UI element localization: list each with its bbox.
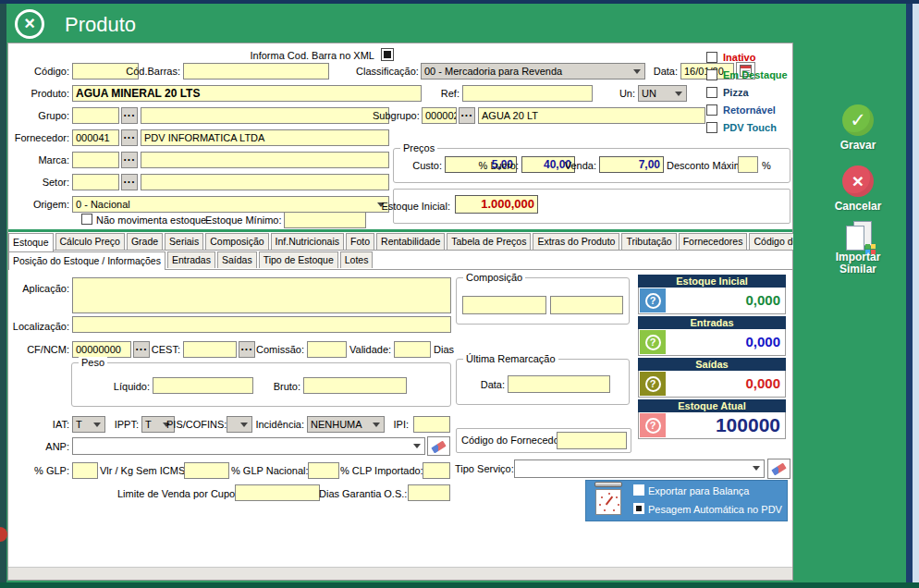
dias-garantia-label: Dias Garantia O.S.: bbox=[319, 488, 405, 500]
setor-lookup-button[interactable]: ... bbox=[121, 174, 138, 190]
flag-checkbox-pizza[interactable] bbox=[706, 87, 717, 98]
estoque-minimo-label: Estoque Mínimo: bbox=[205, 214, 281, 227]
codigo-fornecedor-input[interactable] bbox=[557, 432, 627, 449]
cf-ncm-input[interactable]: 00000000 bbox=[72, 341, 131, 358]
glp-nacional-input[interactable] bbox=[308, 462, 339, 479]
cancelar-button[interactable]: × bbox=[842, 165, 874, 197]
aplicacao-textarea[interactable] bbox=[72, 277, 451, 313]
tab-codigo-de-barras[interactable]: Código de Barras bbox=[749, 233, 793, 250]
subtab-entradas[interactable]: Entradas bbox=[167, 251, 215, 268]
fornecedor-name-input[interactable]: PDV INFORMATICA LTDA bbox=[141, 129, 389, 146]
anp-combobox[interactable] bbox=[72, 437, 425, 455]
localizacao-label: Localização: bbox=[4, 321, 69, 333]
grupo-name-input[interactable] bbox=[141, 107, 389, 124]
un-select[interactable]: UN bbox=[638, 85, 687, 102]
tab-tabela-de-precos[interactable]: Tabela de Preços bbox=[447, 233, 531, 250]
setor-name-input[interactable] bbox=[141, 174, 389, 190]
subgrupo-lookup-button[interactable]: ... bbox=[459, 107, 475, 124]
comissao-input[interactable] bbox=[307, 341, 347, 358]
subgrupo-name-input[interactable]: AGUA 20 LT bbox=[478, 107, 705, 124]
liquido-input[interactable] bbox=[153, 377, 253, 394]
nao-movimenta-checkbox[interactable] bbox=[81, 214, 92, 225]
estoque-inicial-input[interactable]: 1.000,000 bbox=[455, 195, 538, 214]
importar-similar-button[interactable] bbox=[846, 221, 874, 252]
subtab-posicao-do-estoque-informacoes[interactable]: Posição do Estoque / Informações bbox=[8, 251, 165, 270]
composicao-input-2[interactable] bbox=[550, 296, 623, 314]
ipi-input[interactable] bbox=[413, 416, 450, 433]
question-icon[interactable]: ? bbox=[640, 372, 666, 396]
cf-ncm-lookup-button[interactable]: ... bbox=[133, 341, 150, 358]
desconto-maximo-input[interactable] bbox=[738, 156, 758, 173]
estoque-minimo-input[interactable] bbox=[284, 212, 366, 228]
tab-foto[interactable]: Foto bbox=[346, 233, 374, 250]
question-icon[interactable]: ? bbox=[640, 413, 666, 437]
cest-input[interactable] bbox=[183, 341, 237, 358]
iat-select[interactable]: T bbox=[72, 416, 105, 433]
subgrupo-code-input[interactable]: 000002 bbox=[422, 107, 457, 124]
tipo-servico-combobox[interactable] bbox=[514, 459, 765, 478]
tab-inf-nutricionais[interactable]: Inf.Nutricionais bbox=[271, 233, 344, 250]
tab-composicao[interactable]: Composição bbox=[205, 233, 268, 250]
tab-tributacao[interactable]: Tributação bbox=[621, 233, 676, 250]
dias-garantia-input[interactable] bbox=[408, 484, 450, 501]
setor-code-input[interactable] bbox=[72, 174, 119, 190]
check-icon: ✓ bbox=[850, 109, 866, 131]
pesagem-automatica-checkbox[interactable] bbox=[633, 503, 644, 514]
tipo-servico-clear-button[interactable] bbox=[767, 459, 790, 479]
tab-seriais[interactable]: Seriais bbox=[165, 233, 203, 250]
ref-input[interactable] bbox=[462, 85, 593, 102]
origem-select[interactable]: 0 - Nacional bbox=[72, 196, 389, 213]
question-icon[interactable]: ? bbox=[640, 288, 666, 312]
stock-title-estoque-atual: Estoque Atual bbox=[638, 399, 786, 412]
tab-calculo-preco[interactable]: Cálculo Preço bbox=[55, 233, 125, 250]
remarcacao-data-input[interactable] bbox=[508, 375, 610, 393]
bruto-input[interactable] bbox=[303, 377, 407, 394]
exportar-balanca-checkbox[interactable] bbox=[633, 484, 644, 496]
tab-estoque[interactable]: Estoque bbox=[8, 233, 54, 251]
informa-cod-barra-checkbox[interactable] bbox=[381, 48, 394, 61]
tab-grade[interactable]: Grade bbox=[127, 233, 163, 250]
flag-label-inativo: Inativo bbox=[723, 52, 755, 63]
marca-lookup-button[interactable]: ... bbox=[121, 152, 138, 168]
custo-label: Custo: bbox=[396, 160, 442, 172]
marca-name-input[interactable] bbox=[141, 152, 389, 168]
subtab-tipo-de-estoque[interactable]: Tipo de Estoque bbox=[259, 251, 338, 268]
flag-retornavel: Retornável bbox=[706, 104, 794, 116]
produto-input[interactable]: AGUA MINERAL 20 LTS bbox=[72, 85, 422, 102]
stock-estoque-atual: Estoque Atual?100000 bbox=[638, 399, 786, 439]
anp-clear-button[interactable] bbox=[427, 436, 450, 456]
tab-fornecedores[interactable]: Fornecedores bbox=[679, 233, 748, 250]
cod-barras-input[interactable] bbox=[183, 63, 329, 80]
close-icon[interactable]: × bbox=[15, 9, 44, 39]
flag-checkbox-em-destaque[interactable] bbox=[706, 69, 717, 80]
marca-code-input[interactable] bbox=[72, 152, 119, 168]
vlr-kg-input[interactable] bbox=[184, 462, 229, 479]
fornecedor-lookup-button[interactable]: ... bbox=[121, 129, 138, 146]
clp-importado-input[interactable] bbox=[423, 462, 450, 479]
flag-checkbox-pdv-touch[interactable] bbox=[706, 122, 717, 133]
fornecedor-code-input[interactable]: 000041 bbox=[72, 129, 119, 146]
flag-checkbox-retornavel[interactable] bbox=[706, 104, 717, 116]
grupo-lookup-button[interactable]: ... bbox=[121, 107, 138, 124]
tab-rentabilidade[interactable]: Rentabilidade bbox=[376, 233, 445, 250]
gravar-button[interactable]: ✓ bbox=[842, 104, 874, 136]
validade-input[interactable] bbox=[394, 341, 431, 358]
chevron-down-icon bbox=[240, 423, 248, 427]
localizacao-input[interactable] bbox=[72, 316, 451, 333]
glp-input[interactable] bbox=[72, 462, 98, 479]
classificacao-select[interactable]: 00 - Mercadoria para Revenda bbox=[421, 63, 645, 80]
composicao-input-1[interactable] bbox=[462, 296, 546, 314]
subtab-lotes[interactable]: Lotes bbox=[340, 251, 374, 268]
question-icon[interactable]: ? bbox=[640, 330, 666, 354]
x-icon: × bbox=[852, 170, 864, 192]
incidencia-value: NENHUMA bbox=[311, 419, 362, 430]
pis-cofins-select[interactable] bbox=[227, 416, 252, 433]
flag-checkbox-inativo[interactable] bbox=[706, 52, 717, 63]
venda-input[interactable]: 7,00 bbox=[599, 156, 664, 173]
subtab-saidas[interactable]: Saídas bbox=[217, 251, 257, 268]
incidencia-select[interactable]: NENHUMA bbox=[307, 416, 385, 433]
tab-extras-do-produto[interactable]: Extras do Produto bbox=[533, 233, 619, 250]
limite-cupom-input[interactable] bbox=[235, 484, 320, 501]
cest-lookup-button[interactable]: ... bbox=[239, 341, 255, 358]
grupo-code-input[interactable] bbox=[72, 107, 119, 124]
